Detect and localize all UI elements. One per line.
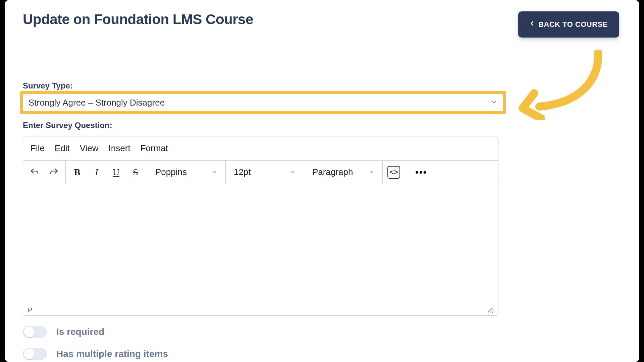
form-area: Survey Type: Strongly Agree – Strongly D… bbox=[5, 38, 639, 360]
font-size-select[interactable]: 12pt bbox=[230, 167, 299, 177]
menu-view[interactable]: View bbox=[80, 143, 99, 154]
survey-type-select-wrap: Strongly Agree – Strongly Disagree bbox=[23, 94, 503, 111]
bold-button[interactable]: B bbox=[70, 166, 84, 179]
survey-type-label: Survey Type: bbox=[23, 81, 621, 90]
toolbar-overflow-group: ••• bbox=[405, 161, 437, 184]
is-required-toggle[interactable] bbox=[23, 326, 47, 338]
survey-type-select[interactable]: Strongly Agree – Strongly Disagree bbox=[23, 94, 503, 111]
chevron-down-icon bbox=[368, 167, 374, 177]
chevron-down-icon bbox=[290, 167, 296, 177]
page-title: Update on Foundation LMS Course bbox=[23, 11, 253, 27]
font-family-select[interactable]: Poppins bbox=[152, 167, 221, 177]
block-format-select[interactable]: Paragraph bbox=[309, 167, 378, 177]
undo-button[interactable] bbox=[28, 166, 41, 179]
toolbar-history-group bbox=[23, 161, 66, 184]
page-container: Update on Foundation LMS Course BACK TO … bbox=[5, 0, 639, 362]
menu-insert[interactable]: Insert bbox=[109, 143, 130, 154]
editor-element-path: P bbox=[28, 306, 32, 314]
back-to-course-button[interactable]: BACK TO COURSE bbox=[518, 11, 619, 38]
toolbar-font-size-group: 12pt bbox=[226, 161, 304, 184]
survey-type-value: Strongly Agree – Strongly Disagree bbox=[29, 98, 165, 108]
page-header: Update on Foundation LMS Course BACK TO … bbox=[5, 0, 639, 38]
back-to-course-label: BACK TO COURSE bbox=[538, 20, 608, 29]
resize-handle[interactable] bbox=[488, 308, 493, 313]
underline-button[interactable]: U bbox=[109, 166, 123, 179]
chevron-down-icon bbox=[491, 98, 497, 108]
strikethrough-button[interactable]: S bbox=[129, 166, 142, 179]
chevron-down-icon bbox=[211, 167, 217, 177]
editor-menubar: File Edit View Insert Format bbox=[23, 136, 498, 161]
multi-items-toggle[interactable] bbox=[23, 348, 47, 360]
italic-button[interactable]: I bbox=[90, 166, 103, 179]
editor-toolbar: B I U S Poppins 12pt bbox=[23, 161, 498, 184]
survey-question-label: Enter Survey Question: bbox=[23, 121, 621, 130]
editor-statusbar: P bbox=[23, 305, 498, 315]
toolbar-format-group: B I U S bbox=[66, 161, 147, 184]
rich-text-editor: File Edit View Insert Format B I bbox=[23, 136, 498, 316]
toolbar-block-format-group: Paragraph bbox=[304, 161, 383, 184]
source-code-button[interactable]: <> bbox=[387, 166, 400, 179]
menu-edit[interactable]: Edit bbox=[55, 143, 70, 154]
editor-content-area[interactable] bbox=[23, 184, 498, 305]
toolbar-code-group: <> bbox=[383, 161, 405, 184]
font-family-value: Poppins bbox=[155, 167, 187, 177]
menu-format[interactable]: Format bbox=[141, 143, 168, 154]
is-required-label: Is required bbox=[56, 326, 104, 337]
toolbar-font-family-group: Poppins bbox=[147, 161, 226, 184]
is-required-row: Is required bbox=[23, 326, 621, 338]
font-size-value: 12pt bbox=[234, 167, 251, 177]
block-format-value: Paragraph bbox=[312, 167, 353, 177]
more-options-button[interactable]: ••• bbox=[410, 167, 432, 178]
multi-items-label: Has multiple rating items bbox=[56, 349, 168, 359]
chevron-left-icon bbox=[530, 19, 535, 29]
menu-file[interactable]: File bbox=[31, 143, 45, 154]
code-icon: <> bbox=[389, 168, 398, 177]
ellipsis-icon: ••• bbox=[415, 167, 427, 177]
multi-items-row: Has multiple rating items bbox=[23, 348, 621, 360]
redo-button[interactable] bbox=[47, 166, 61, 179]
